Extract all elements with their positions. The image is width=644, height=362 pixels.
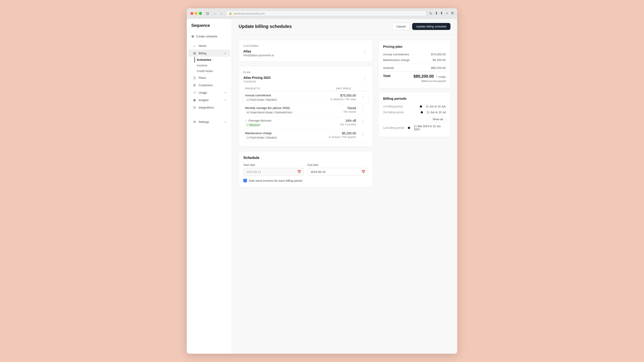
insights-icon: ◉ [193,98,196,102]
copy-icon[interactable]: ⧉ [451,11,454,16]
calendar-icon-start: 📅 [297,170,301,174]
pricing-row-value: $5,200.00 [433,58,446,62]
settings-icon: ⚙ [193,120,196,124]
home-icon: ⌂ [193,44,196,47]
sidebar-item-schedules[interactable]: Schedules [194,57,232,63]
total-usage: + usage [436,75,446,78]
create-schedule-button[interactable]: ⊕ Create schedule [187,32,232,40]
price-cell: $5,200.00 In arrears / Per quarter [315,129,358,142]
sidebar-item-invoices[interactable]: Invoices [197,63,232,68]
billing-icon: ▤ [193,51,196,55]
plan-card: Plan Atlas Pricing 2023 3 products ⋮ [239,66,373,147]
sidebar-item-insights[interactable]: ◉ Insights ▾ [188,96,230,104]
plan-section-label: Plan [243,71,368,74]
price-sub: For 4 months [317,123,356,126]
sidebar-item-customers[interactable]: ⊞ Customers [188,81,230,89]
pricing-row-label: Annual commitment [383,53,409,56]
auto-send-label: Auto-send invoices for each billing peri… [249,179,302,182]
price-sub: In arrears / Per quarter [317,135,356,139]
create-schedule-label: Create schedule [196,35,218,38]
row-actions: ⋮ [358,129,368,142]
period-label: 2nd billing period [383,111,408,114]
end-date-input[interactable]: 2024-06-10 📅 [308,168,368,176]
last-period-label: Last billing period [383,126,408,129]
period-date: 11 Jun to 10 Jul [426,111,446,114]
billed-note: Billed on first period [414,80,446,82]
auto-send-checkbox[interactable]: ✓ [243,179,247,182]
plan-info: Atlas Pricing 2023 3 products [243,76,270,83]
pricing-row-label: Maintenance charge [383,58,410,62]
minimize-button[interactable] [195,12,198,15]
url-text: dashboard.sequencehq.com [234,12,265,15]
sidebar-home-label: Home [198,44,206,47]
schedule-title: Schedule [243,156,368,160]
start-date-value: 2023-06-11 [246,170,262,174]
forward-button[interactable]: › [220,11,223,16]
end-date-value: 2024-06-10 [310,170,326,174]
pricing-line-row: Annual commitment $75,000.00 [383,51,446,57]
period-right: 11 Jun to 10 Jul [421,111,446,114]
close-button[interactable] [190,12,193,15]
badge-icon: ⊙ [247,99,249,101]
sub-arrow-icon: ↳ [245,119,248,122]
update-billing-schedule-button[interactable]: Update billing schedule [412,23,450,30]
sidebar-item-credit-notes[interactable]: Credit Notes [197,68,232,74]
products-table: PRODUCTS UNIT PRICE Annual commitment⊙Fi… [243,86,368,142]
period-dot [421,111,423,113]
start-date-field: Start date 2023-06-11 📅 [243,163,304,176]
price-cell: $75,000.00 In advance / Per year [315,91,358,104]
maximize-button[interactable] [199,12,202,15]
back-button[interactable]: ‹ [213,11,217,16]
refresh-icon[interactable]: ↻ [429,11,432,15]
sidebar-item-settings[interactable]: ⚙ Settings ▾ [188,118,230,125]
main-header: Update billing schedules Cancel Update b… [232,19,457,34]
share-icon[interactable]: ⬆ [440,11,443,16]
address-bar[interactable]: 🔒 dashboard.sequencehq.com [226,10,426,16]
row-menu-button[interactable]: ⋮ [360,106,366,111]
plan-products-count: 3 products [243,80,270,83]
show-all-button[interactable]: Show all [430,117,446,122]
chevron-down-icon: ▾ [225,52,226,54]
price-main: 18% off [317,119,356,122]
customer-name: Atlas [243,49,274,53]
plan-row: Atlas Pricing 2023 3 products ⋮ [243,76,368,83]
last-period-date: 11 Mar 2024 to 10 Jun 2024 [414,125,446,131]
product-badge: ⊕Usage-based charge › Graduated tiers [245,110,294,114]
row-menu-button[interactable]: ⋮ [360,131,366,137]
total-right: $80,200.00 + usage Billed on first perio… [414,74,446,82]
row-menu-button[interactable]: ⋮ [360,93,366,99]
product-name: Maintenance charge [245,131,314,135]
auto-send-row: ✓ Auto-send invoices for each billing pe… [243,179,368,182]
cancel-button[interactable]: Cancel [392,23,410,30]
chevron-down-icon-settings: ▾ [225,121,226,123]
row-menu-button[interactable]: ⋮ [360,119,366,124]
customer-section-label: Customer [243,44,368,47]
header-actions: Cancel Update billing schedule [392,23,450,30]
product-badge: ✓Discount [245,123,261,127]
plan-menu-button[interactable]: ⋮ [362,76,368,82]
period-right: 11 Jun to 10 Jun [420,105,446,108]
product-name: Monthly overage fee (above 2500) [245,106,314,110]
traffic-lights [190,12,202,15]
sidebar-item-integrations[interactable]: ⊡ Integrations [188,104,230,111]
pricing-line-row: Maintenance charge $5,200.00 [383,57,446,63]
sidebar-integrations-label: Integrations [198,106,214,109]
badge-icon: ⊕ [247,111,249,114]
lock-icon: 🔒 [229,12,232,15]
sidebar-item-usage[interactable]: ↗ Usage ▾ [188,89,230,96]
download-icon[interactable]: ⬇ [435,11,438,16]
start-date-input[interactable]: 2023-06-11 📅 [243,168,304,176]
periods-menu-button[interactable]: ⋮ [425,117,428,122]
customer-menu-button[interactable]: ⋮ [362,49,368,55]
sidebar-item-plans[interactable]: ◫ Plans [188,74,230,81]
period-row: 1st billing period 11 Jun to 10 Jun [383,104,446,109]
end-date-label: End date [308,163,368,167]
schedule-card: Schedule Start date 2023-06-11 📅 End da [239,151,373,187]
sidebar-item-home[interactable]: ⌂ Home [188,42,230,49]
sidebar-item-billing[interactable]: ▤ Billing ▾ [188,49,230,57]
pricing-plan-card: Pricing plan Annual commitment $75,000.0… [378,40,450,88]
new-tab-icon[interactable]: ＋ [445,11,449,16]
price-main: $5,200.00 [317,131,356,135]
last-period-dot [408,127,410,129]
sidebar-toggle-button[interactable]: ⊡ [204,11,210,16]
